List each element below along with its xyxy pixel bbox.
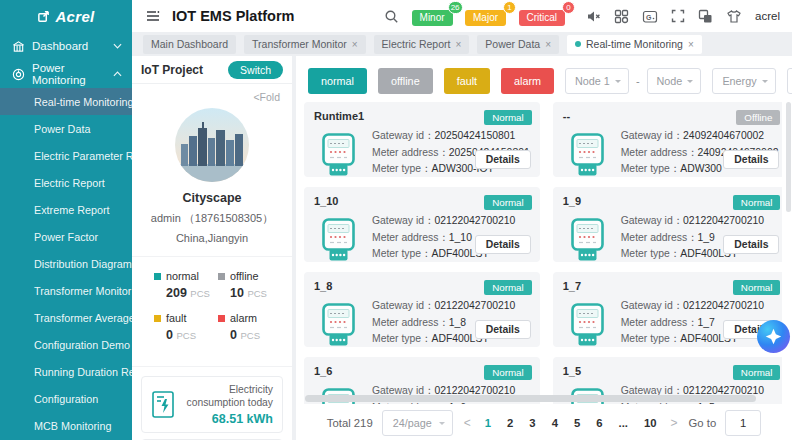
project-location: China,Jiangyin — [132, 232, 292, 244]
gateway-id-label: Gateway id： — [621, 130, 683, 141]
meter-type-label: Meter type： — [372, 333, 431, 344]
status-filter-button[interactable]: fault — [444, 68, 490, 94]
sidebar-item-dashboard[interactable]: Dashboard — [0, 32, 132, 60]
page-number[interactable]: 2 — [504, 417, 516, 429]
status-filter-button[interactable]: offline — [378, 68, 433, 94]
node-to-select[interactable]: Node — [647, 68, 702, 94]
page-number[interactable]: 10 — [641, 417, 660, 429]
gateway-id-label: Gateway id： — [372, 215, 434, 226]
fold-panel-link[interactable]: <Fold — [132, 84, 292, 103]
tshirt-icon[interactable] — [726, 9, 742, 24]
status-badge: Offline — [736, 110, 780, 125]
page-number[interactable]: 5 — [571, 417, 583, 429]
tab-close-icon[interactable]: × — [545, 39, 551, 50]
sidebar-subitem[interactable]: Electric Report — [0, 169, 132, 196]
sidebar-subitem[interactable]: Transformer Average Loa... — [0, 304, 132, 331]
sidebar-subitem[interactable]: Configuration Demo — [0, 331, 132, 358]
page-number[interactable]: 6 — [593, 417, 605, 429]
alarm-badge[interactable]: Minor 26 — [412, 7, 453, 26]
page-size-value: 24/page — [393, 417, 432, 429]
alarm-badge-label: Critical — [519, 10, 566, 26]
mute-icon[interactable] — [586, 9, 601, 24]
tab-close-icon[interactable]: × — [455, 39, 461, 50]
tab-close-icon[interactable]: × — [688, 39, 694, 50]
details-button[interactable]: Details — [723, 150, 779, 169]
sidebar-subitem[interactable]: Configuration — [0, 385, 132, 412]
tab[interactable]: Electric Report × — [374, 35, 470, 54]
prev-page-icon[interactable]: < — [462, 416, 473, 430]
iot-ems-platform-screen: Acrel IOT EMS Platform Minor 26 Major 1 … — [0, 0, 792, 440]
meter-type-value: ADW300 — [680, 163, 722, 174]
details-button[interactable]: Details — [475, 235, 531, 254]
sidebar: Dashboard Power Monitoring Real-time Mon… — [0, 32, 132, 440]
next-page-icon[interactable]: > — [669, 416, 680, 430]
tab[interactable]: Real-time Monitoring × — [567, 35, 702, 54]
status-filter-button[interactable]: normal — [308, 68, 367, 94]
gateway-id-input[interactable] — [787, 68, 792, 94]
power-monitoring-icon — [12, 68, 25, 81]
sidebar-subitem[interactable]: Distribution Diagram — [0, 250, 132, 277]
stat-color-square-icon — [218, 273, 225, 280]
sidebar-item-power-monitoring[interactable]: Power Monitoring — [0, 60, 132, 88]
gateway-id-value: 02122042700210 — [683, 300, 764, 311]
page-number[interactable]: 1 — [482, 417, 494, 429]
tab[interactable]: Power Data × — [477, 35, 559, 54]
meter-icon — [569, 218, 606, 266]
alarm-count-badge: 26 — [448, 1, 463, 14]
tab[interactable]: Main Dashboard × — [143, 35, 236, 54]
ai-assistant-button[interactable] — [757, 320, 790, 353]
alarm-badge[interactable]: Major 1 — [465, 7, 506, 26]
sidebar-subitem[interactable]: Real-time Monitoring — [0, 88, 132, 115]
energy-select[interactable]: Energy — [712, 68, 775, 94]
sidebar-subitem[interactable]: Power Factor — [0, 223, 132, 250]
power-monitoring-submenu: Real-time Monitoring Power Data Electric… — [0, 88, 132, 439]
vertical-scrollbar[interactable] — [786, 102, 791, 212]
search-icon[interactable] — [384, 9, 399, 24]
alarm-badge[interactable]: Critical 0 — [519, 7, 566, 26]
status-badge: Normal — [484, 110, 532, 125]
meter-address-label: Meter address： — [621, 147, 698, 158]
fullscreen-icon[interactable] — [671, 9, 685, 23]
device-stats: normal 209 PCS offline 10 PCS fault 0 PC… — [132, 257, 292, 354]
stat-color-square-icon — [218, 315, 225, 322]
page-numbers: 1 2 3 4 5 6 ... 10 — [482, 417, 660, 429]
page-number[interactable]: 4 — [549, 417, 561, 429]
username[interactable]: acrel — [755, 10, 780, 22]
tab-close-icon[interactable]: × — [352, 39, 358, 50]
device-card: Runtime1 Normal Gateway id：2025042415080… — [304, 102, 540, 177]
tab-label: Electric Report — [382, 38, 451, 50]
sidebar-subitem[interactable]: MCB Monitoring — [0, 412, 132, 439]
goto-page-input[interactable] — [725, 410, 761, 436]
switch-project-button[interactable]: Switch — [228, 61, 283, 79]
details-button[interactable]: Details — [723, 235, 779, 254]
project-panel-title: IoT Project — [141, 63, 203, 77]
alarm-badge-label: Major — [465, 10, 506, 26]
meter-address-value: 1_9 — [698, 232, 715, 243]
sidebar-subitem[interactable]: Running Duration Report — [0, 358, 132, 385]
node-from-select[interactable]: Node 1 — [565, 68, 629, 94]
tab[interactable]: Transformer Monitor × — [244, 35, 366, 54]
apps-grid-icon[interactable] — [614, 9, 629, 24]
translate-icon[interactable]: G — [642, 9, 658, 24]
sidebar-subitem[interactable]: Power Data — [0, 115, 132, 142]
gateway-id-label: Gateway id： — [372, 130, 434, 141]
sidebar-subitem[interactable]: Extreme Report — [0, 196, 132, 223]
sidebar-subitem[interactable]: Electric Parameter Report — [0, 142, 132, 169]
page-number[interactable]: 3 — [526, 417, 538, 429]
sidebar-subitem[interactable]: Transformer Monitor — [0, 277, 132, 304]
page-size-select[interactable]: 24/page — [382, 410, 453, 436]
status-filter-button[interactable]: alarm — [501, 68, 554, 94]
horizontal-scrollbar[interactable] — [305, 395, 756, 402]
device-card: 1_7 Normal Gateway id：02122042700210 Met… — [553, 272, 782, 347]
page-number[interactable]: ... — [616, 417, 631, 429]
meter-address-label: Meter address： — [621, 317, 698, 328]
meter-address-value: 1_7 — [698, 317, 715, 328]
stat-unit: PCS — [247, 288, 267, 299]
meter-address-value: 1_10 — [449, 232, 472, 243]
details-button[interactable]: Details — [475, 150, 531, 169]
theme-icon[interactable] — [698, 9, 713, 24]
meter-icon — [320, 303, 357, 351]
collapse-menu-icon[interactable] — [145, 8, 161, 24]
details-button[interactable]: Details — [475, 320, 531, 339]
meter-type-label: Meter type： — [372, 163, 431, 174]
